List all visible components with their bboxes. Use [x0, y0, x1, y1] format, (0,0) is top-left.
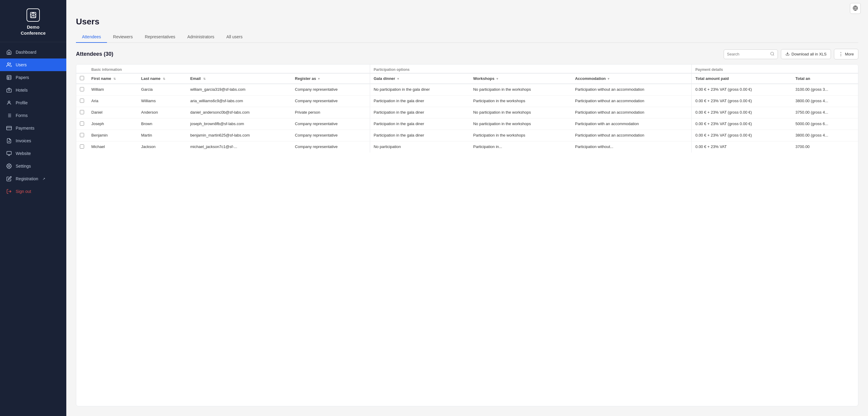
row-checkbox[interactable]	[80, 110, 84, 114]
row-checkbox[interactable]	[80, 133, 84, 137]
download-xls-label: Download all in XLS	[792, 52, 827, 56]
sort-firstname-icon: ⇅	[113, 77, 116, 81]
sign-out-button[interactable]: Sign out	[0, 185, 66, 198]
header-gala-dinner[interactable]: Gala dinner ▾	[370, 73, 470, 84]
users-icon	[6, 62, 12, 68]
sidebar-item-profile[interactable]: Profile	[0, 96, 66, 109]
row-checkbox-cell[interactable]	[76, 95, 88, 107]
row-checkbox[interactable]	[80, 98, 84, 103]
sidebar-item-payments-label: Payments	[16, 126, 34, 130]
sidebar-item-forms[interactable]: Forms	[0, 109, 66, 122]
cell-lastname: Brown	[137, 118, 187, 130]
cell-email: michael_jackson7c1@sf-...	[187, 141, 291, 153]
cell-total-amount-paid: 0.00 € + 23% VAT (gross 0.00 €)	[692, 84, 792, 95]
header-lastname[interactable]: Last name ⇅	[137, 73, 187, 84]
sidebar-item-papers[interactable]: Papers	[0, 71, 66, 84]
cell-total-an: 3800.00 (gross 4...	[792, 130, 858, 141]
tab-reviewers[interactable]: Reviewers	[107, 31, 138, 43]
cell-gala-dinner: No participation	[370, 141, 470, 153]
filter-gala-icon: ▾	[397, 77, 399, 81]
sidebar-item-website[interactable]: Website	[0, 147, 66, 160]
cell-register-as: Company representative	[291, 84, 370, 95]
row-checkbox[interactable]	[80, 144, 84, 149]
header-total-amount-paid[interactable]: Total amount paid	[692, 73, 792, 84]
column-group-row: Basic information Participation options …	[76, 64, 858, 73]
row-checkbox-cell[interactable]	[76, 130, 88, 141]
cell-workshops: Participation in...	[470, 141, 571, 153]
nav-items: Dashboard Users Papers Hotels	[0, 42, 66, 416]
cell-register-as: Company representative	[291, 130, 370, 141]
sidebar-item-settings[interactable]: Settings	[0, 160, 66, 172]
papers-icon	[6, 75, 12, 81]
sidebar-item-payments[interactable]: Payments	[0, 122, 66, 135]
main-content: Users Attendees Reviewers Representative…	[66, 0, 868, 416]
header-firstname[interactable]: First name ⇅	[88, 73, 137, 84]
cell-total-amount-paid: 0.00 € + 23% VAT (gross 0.00 €)	[692, 95, 792, 107]
cell-lastname: Anderson	[137, 107, 187, 118]
sidebar-item-users-label: Users	[16, 62, 27, 67]
cell-total-an: 3800.00 (gross 4...	[792, 95, 858, 107]
table-row: Aria Williams aria_williams6c9@sf-labs.c…	[76, 95, 858, 107]
cell-workshops: No participation in the workshops	[470, 107, 571, 118]
header-checkbox-group	[76, 64, 88, 73]
header-workshops[interactable]: Workshops ▾	[470, 73, 571, 84]
cell-firstname: Joseph	[88, 118, 137, 130]
users-table: Basic information Participation options …	[76, 64, 858, 152]
sidebar-item-papers-label: Papers	[16, 75, 29, 80]
header-register-as[interactable]: Register as ▾	[291, 73, 370, 84]
table-body: William Garcia william_garcia319@sf-labs…	[76, 84, 858, 152]
sidebar-item-hotels[interactable]: Hotels	[0, 84, 66, 96]
content-area: Users Attendees Reviewers Representative…	[66, 17, 868, 416]
cell-register-as: Private person	[291, 107, 370, 118]
table-row: Benjamin Martin benjamin_martin625@sf-la…	[76, 130, 858, 141]
tab-all-users[interactable]: All users	[220, 31, 249, 43]
cell-email: william_garcia319@sf-labs.com	[187, 84, 291, 95]
cell-register-as: Company representative	[291, 141, 370, 153]
row-checkbox[interactable]	[80, 87, 84, 91]
users-table-wrapper: Basic information Participation options …	[76, 64, 858, 406]
table-row: Joseph Brown joseph_brown8fb@sf-labs.com…	[76, 118, 858, 130]
row-checkbox[interactable]	[80, 121, 84, 126]
cell-accommodation: Participation without...	[571, 141, 692, 153]
cell-accommodation: Participation without an accommodation	[571, 84, 692, 95]
sort-email-icon: ⇅	[203, 77, 206, 81]
language-button[interactable]	[850, 3, 861, 14]
header-email[interactable]: Email ⇅	[187, 73, 291, 84]
sidebar-item-website-label: Website	[16, 151, 31, 156]
svg-rect-21	[7, 151, 11, 155]
row-checkbox-cell[interactable]	[76, 118, 88, 130]
sidebar-item-users[interactable]: Users	[0, 58, 66, 71]
tab-attendees[interactable]: Attendees	[76, 31, 107, 43]
tab-representatives[interactable]: Representatives	[138, 31, 181, 43]
table-row: Daniel Anderson daniel_andersonc0b@sf-la…	[76, 107, 858, 118]
search-input[interactable]	[727, 52, 768, 56]
search-box[interactable]	[724, 50, 778, 59]
row-checkbox-cell[interactable]	[76, 107, 88, 118]
cell-firstname: Benjamin	[88, 130, 137, 141]
cell-firstname: Aria	[88, 95, 137, 107]
payments-icon	[6, 125, 12, 131]
download-xls-button[interactable]: Download all in XLS	[781, 49, 831, 59]
sidebar: Demo Conference Dashboard Users Papers	[0, 0, 66, 416]
select-all-checkbox[interactable]	[80, 76, 84, 80]
settings-icon	[6, 163, 12, 169]
row-checkbox-cell[interactable]	[76, 141, 88, 153]
table-row: William Garcia william_garcia319@sf-labs…	[76, 84, 858, 95]
profile-icon	[6, 100, 12, 106]
header-checkbox-cell[interactable]	[76, 73, 88, 84]
cell-workshops: Participation in the workshops	[470, 130, 571, 141]
row-checkbox-cell[interactable]	[76, 84, 88, 95]
header-accommodation[interactable]: Accommodation ▾	[571, 73, 692, 84]
sidebar-item-registration[interactable]: Registration ↗	[0, 172, 66, 185]
more-button[interactable]: ⋮ More	[834, 49, 858, 59]
header-total-an[interactable]: Total an	[792, 73, 858, 84]
sidebar-item-dashboard[interactable]: Dashboard	[0, 46, 66, 58]
website-icon	[6, 150, 12, 156]
cell-gala-dinner: Participation in the gala diner	[370, 118, 470, 130]
download-icon	[785, 52, 789, 57]
cell-total-an: 3700.00	[792, 141, 858, 153]
sidebar-item-invoices[interactable]: Invoices	[0, 135, 66, 147]
sort-lastname-icon: ⇅	[163, 77, 165, 81]
tab-administrators[interactable]: Administrators	[181, 31, 220, 43]
cell-total-an: 3100.00 (gross 3...	[792, 84, 858, 95]
